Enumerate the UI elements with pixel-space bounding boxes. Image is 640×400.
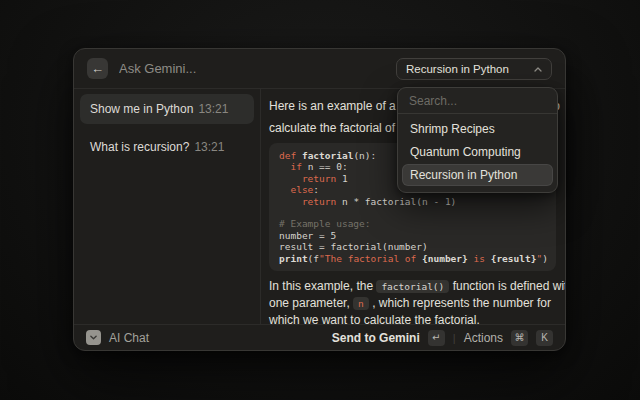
- chat-history-list: Show me in Python13:21What is recursion?…: [80, 94, 254, 162]
- model-selector-button[interactable]: Recursion in Python: [396, 58, 552, 80]
- chat-time: 13:21: [198, 102, 228, 116]
- dropdown-option-list: Shrimp RecipesQuantum ComputingRecursion…: [398, 114, 557, 192]
- outro-line: In this example, the factorial() functio…: [269, 278, 552, 295]
- code-line: return n * factorial(n - 1): [279, 196, 546, 207]
- dropdown-search-input[interactable]: [398, 88, 557, 113]
- outro-line: which we want to calculate the factorial…: [269, 312, 552, 324]
- footer-separator: |: [453, 332, 456, 344]
- chevron-up-icon: [534, 67, 542, 72]
- outro-paragraph: In this example, the factorial() functio…: [269, 278, 552, 324]
- chevron-down-icon: [90, 335, 97, 340]
- chat-time: 13:21: [194, 140, 224, 154]
- text-segment: , which represents the number for: [369, 296, 551, 310]
- enter-key-badge: ↵: [428, 330, 445, 346]
- model-dropdown-panel: Shrimp RecipesQuantum ComputingRecursion…: [397, 87, 558, 193]
- chat-history-item[interactable]: What is recursion?13:21: [80, 132, 254, 162]
- code-line: # Example usage:: [279, 218, 546, 229]
- chat-history-item[interactable]: Show me in Python13:21: [80, 94, 254, 124]
- window-header: ← Recursion in Python: [74, 49, 565, 89]
- ai-chat-icon: [86, 330, 101, 345]
- code-line: [279, 207, 546, 218]
- back-arrow-icon: ←: [91, 61, 104, 76]
- text-segment: function is defined with: [449, 279, 565, 293]
- code-line: print(f"The factorial of {number} is {re…: [279, 253, 546, 264]
- actions-button[interactable]: Actions: [464, 331, 503, 345]
- code-line: number = 5: [279, 230, 546, 241]
- inline-code: n: [353, 297, 369, 310]
- chat-title: What is recursion?: [90, 140, 189, 154]
- code-line: result = factorial(number): [279, 241, 546, 252]
- ask-gemini-window: ← Recursion in Python Show me in Python1…: [73, 48, 566, 351]
- text-segment: In this example, the: [269, 279, 376, 293]
- chat-title: Show me in Python: [90, 102, 193, 116]
- back-button[interactable]: ←: [87, 58, 108, 79]
- desktop-background: ← Recursion in Python Show me in Python1…: [0, 0, 640, 400]
- k-key-badge: K: [536, 330, 553, 346]
- dropdown-option[interactable]: Recursion in Python: [402, 164, 553, 186]
- dropdown-option[interactable]: Quantum Computing: [402, 141, 553, 163]
- outro-line: one parameter, n , which represents the …: [269, 295, 552, 312]
- chat-history-sidebar: Show me in Python13:21What is recursion?…: [74, 89, 261, 324]
- cmd-key-badge: ⌘: [511, 330, 528, 346]
- dropdown-option[interactable]: Shrimp Recipes: [402, 118, 553, 140]
- send-to-gemini-button[interactable]: Send to Gemini: [332, 331, 420, 345]
- model-selector-value: Recursion in Python: [406, 63, 528, 75]
- inline-code: factorial(): [376, 280, 449, 293]
- text-segment: one parameter,: [269, 296, 353, 310]
- app-label: AI Chat: [109, 331, 149, 345]
- text-segment: which we want to calculate the factorial…: [269, 313, 480, 324]
- footer-bar: AI Chat Send to Gemini ↵ | Actions ⌘ K: [74, 324, 565, 350]
